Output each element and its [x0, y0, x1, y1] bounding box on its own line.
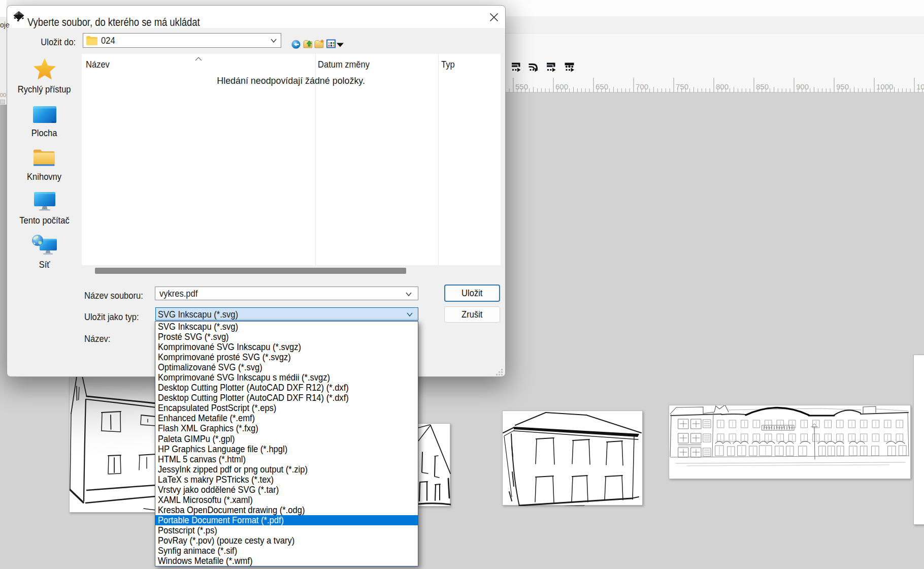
svg-text:1000: 1000	[876, 82, 893, 91]
svg-text:1050: 1050	[916, 82, 924, 91]
